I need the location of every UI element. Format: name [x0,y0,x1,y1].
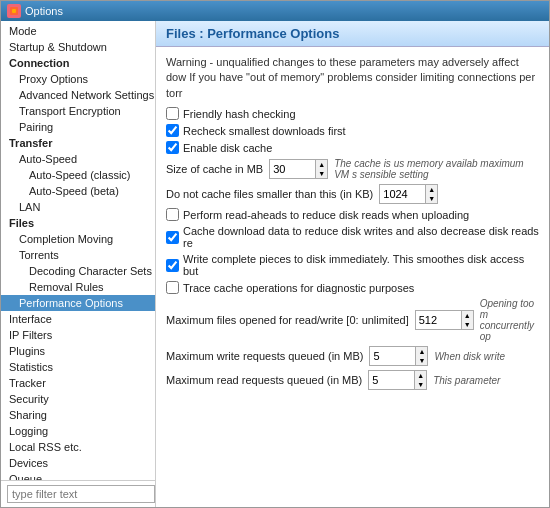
max-files-note: Opening too m concurrently op [480,298,539,342]
sidebar-item-decoding-character-sets[interactable]: Decoding Character Sets [1,263,155,279]
max-read-spinbox: 5 ▲ ▼ [368,370,427,390]
enable-disk-cache-row: Enable disk cache [166,141,539,154]
svg-rect-1 [12,9,16,13]
sidebar-item-tracker[interactable]: Tracker [1,375,155,391]
max-files-label: Maximum files opened for read/write [0: … [166,314,409,326]
cache-size-spinbox: 30 ▲ ▼ [269,159,328,179]
sidebar-item-interface[interactable]: Interface [1,311,155,327]
no-cache-down[interactable]: ▼ [426,194,437,203]
sidebar-item-auto-speed-classic[interactable]: Auto-Speed (classic) [1,167,155,183]
max-read-up[interactable]: ▲ [415,371,426,380]
sidebar-item-files[interactable]: Files [1,215,155,231]
max-files-row: Maximum files opened for read/write [0: … [166,298,539,342]
sidebar-item-security[interactable]: Security [1,391,155,407]
sidebar-item-devices[interactable]: Devices [1,455,155,471]
enable-disk-cache-checkbox[interactable] [166,141,179,154]
sidebar-item-connection[interactable]: Connection [1,55,155,71]
titlebar: Options [1,1,549,21]
no-cache-small-row: Do not cache files smaller than this (in… [166,184,539,204]
friendly-hash-label: Friendly hash checking [183,108,296,120]
max-files-up[interactable]: ▲ [462,311,473,320]
sidebar-item-queue[interactable]: Queue [1,471,155,480]
no-cache-up[interactable]: ▲ [426,185,437,194]
recheck-smallest-checkbox[interactable] [166,124,179,137]
write-complete-row: Write complete pieces to disk immediatel… [166,253,539,277]
cache-size-label: Size of cache in MB [166,163,263,175]
max-read-note: This parameter [433,375,539,386]
sidebar-item-plugins[interactable]: Plugins [1,343,155,359]
cache-size-arrows: ▲ ▼ [315,160,327,178]
max-files-down[interactable]: ▼ [462,320,473,329]
trace-cache-row: Trace cache operations for diagnostic pu… [166,281,539,294]
max-read-down[interactable]: ▼ [415,380,426,389]
max-read-row: Maximum read requests queued (in MB) 5 ▲… [166,370,539,390]
max-write-input[interactable]: 5 [370,349,415,363]
max-write-note: When disk write [434,351,539,362]
cache-size-note: The cache is us memory availab maximum V… [334,158,539,180]
max-read-label: Maximum read requests queued (in MB) [166,374,362,386]
warning-text: Warning - unqualified changes to these p… [166,55,539,101]
max-write-up[interactable]: ▲ [416,347,427,356]
panel-title: Files : Performance Options [156,21,549,47]
cache-download-checkbox[interactable] [166,231,179,244]
sidebar-item-removal-rules[interactable]: Removal Rules [1,279,155,295]
window-title: Options [25,5,63,17]
max-write-arrows: ▲ ▼ [415,347,427,365]
cache-download-row: Cache download data to reduce disk write… [166,225,539,249]
sidebar-item-statistics[interactable]: Statistics [1,359,155,375]
enable-disk-cache-label: Enable disk cache [183,142,272,154]
options-window: Options ModeStartup & ShutdownConnection… [0,0,550,508]
max-write-label: Maximum write requests queued (in MB) [166,350,363,362]
no-cache-input[interactable]: 1024 [380,187,425,201]
max-read-input[interactable]: 5 [369,373,414,387]
main-panel: Files : Performance Options Warning - un… [156,21,549,507]
sidebar-item-transfer[interactable]: Transfer [1,135,155,151]
sidebar-item-torrents[interactable]: Torrents [1,247,155,263]
no-cache-arrows: ▲ ▼ [425,185,437,203]
sidebar-item-auto-speed[interactable]: Auto-Speed [1,151,155,167]
sidebar-item-startup-shutdown[interactable]: Startup & Shutdown [1,39,155,55]
max-files-arrows: ▲ ▼ [461,311,473,329]
readaheads-row: Perform read-aheads to reduce disk reads… [166,208,539,221]
sidebar-item-advanced-network[interactable]: Advanced Network Settings [1,87,155,103]
max-write-down[interactable]: ▼ [416,356,427,365]
sidebar-item-performance-options[interactable]: Performance Options [1,295,155,311]
app-icon [7,4,21,18]
max-write-row: Maximum write requests queued (in MB) 5 … [166,346,539,366]
no-cache-label: Do not cache files smaller than this (in… [166,188,373,200]
filter-input[interactable] [7,485,155,503]
sidebar: ModeStartup & ShutdownConnectionProxy Op… [1,21,156,480]
cache-size-input[interactable]: 30 [270,162,315,176]
cache-download-label: Cache download data to reduce disk write… [183,225,539,249]
max-files-spinbox: 512 ▲ ▼ [415,310,474,330]
content-area: ModeStartup & ShutdownConnectionProxy Op… [1,21,549,507]
sidebar-bottom: ⊞ [1,480,155,507]
cache-size-row: Size of cache in MB 30 ▲ ▼ The cache is … [166,158,539,180]
recheck-smallest-label: Recheck smallest downloads first [183,125,346,137]
cache-size-down[interactable]: ▼ [316,169,327,178]
readaheads-label: Perform read-aheads to reduce disk reads… [183,209,469,221]
max-read-arrows: ▲ ▼ [414,371,426,389]
friendly-hash-row: Friendly hash checking [166,107,539,120]
sidebar-item-mode[interactable]: Mode [1,23,155,39]
sidebar-item-logging[interactable]: Logging [1,423,155,439]
friendly-hash-checkbox[interactable] [166,107,179,120]
sidebar-item-transport-encryption[interactable]: Transport Encryption [1,103,155,119]
sidebar-item-sharing[interactable]: Sharing [1,407,155,423]
no-cache-spinbox: 1024 ▲ ▼ [379,184,438,204]
sidebar-item-pairing[interactable]: Pairing [1,119,155,135]
max-write-spinbox: 5 ▲ ▼ [369,346,428,366]
sidebar-item-local-rss[interactable]: Local RSS etc. [1,439,155,455]
readaheads-checkbox[interactable] [166,208,179,221]
sidebar-item-ip-filters[interactable]: IP Filters [1,327,155,343]
write-complete-checkbox[interactable] [166,259,179,272]
trace-cache-checkbox[interactable] [166,281,179,294]
write-complete-label: Write complete pieces to disk immediatel… [183,253,539,277]
sidebar-item-lan[interactable]: LAN [1,199,155,215]
trace-cache-label: Trace cache operations for diagnostic pu… [183,282,414,294]
max-files-input[interactable]: 512 [416,313,461,327]
sidebar-item-auto-speed-beta[interactable]: Auto-Speed (beta) [1,183,155,199]
sidebar-item-proxy-options[interactable]: Proxy Options [1,71,155,87]
cache-size-up[interactable]: ▲ [316,160,327,169]
sidebar-item-completion-moving[interactable]: Completion Moving [1,231,155,247]
